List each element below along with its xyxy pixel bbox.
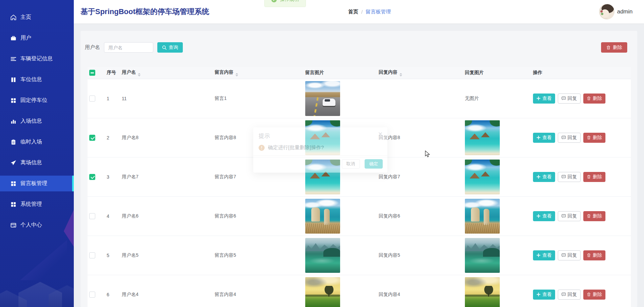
chat-icon [561,253,566,257]
reply-button[interactable]: 回复 [558,250,581,260]
sidebar-item-固定停车位[interactable]: 固定停车位 [0,93,74,108]
row-checkbox[interactable] [89,213,95,219]
query-button[interactable]: 查询 [157,42,183,53]
list-icon [10,56,16,62]
row-index: 5 [101,236,121,275]
photo-beach-huts[interactable] [465,160,500,194]
photo-sunset-field[interactable] [305,277,340,307]
row-checkbox[interactable] [89,96,95,102]
dialog-footer: 取消 确定 [253,156,387,173]
photo-sea-stacks[interactable] [465,199,500,234]
reply-button-label: 回复 [568,96,577,102]
sidebar-item-车位信息[interactable]: 车位信息 [0,72,74,87]
sidebar-item-label: 入场信息 [20,118,42,125]
close-icon[interactable]: ✕ [378,131,383,137]
row-actions-cell: 查看回复删除 [532,118,631,157]
delete-button[interactable]: 删除 [583,172,605,182]
row-message: 留言内容6 [214,196,305,236]
sort-caret-icon[interactable] [235,73,238,76]
delete-button[interactable]: 删除 [583,211,605,221]
sidebar-item-主页[interactable]: 主页 [0,9,74,25]
sidebar-item-临时入场[interactable]: 临时入场 [0,134,74,150]
column-header-留言图片: 留言图片 [305,67,378,79]
table-row: 111留言1无图片查看回复删除 [88,79,631,118]
plus-icon [536,96,541,101]
sidebar-item-系统管理[interactable]: 系统管理 [0,196,74,212]
row-username: 11 [121,79,214,118]
row-checkbox[interactable] [89,174,95,180]
photo-beach-huts[interactable] [465,120,500,155]
sort-caret-icon[interactable] [138,73,141,76]
delete-button[interactable]: 删除 [583,133,605,143]
trash-icon [587,135,591,140]
row-reply-image-cell [464,118,532,157]
avatar[interactable] [599,4,614,19]
cancel-button[interactable]: 取消 [342,159,360,169]
batch-delete-button[interactable]: 删除 [601,42,627,53]
table-row: 4用户名6留言内容6回复内容6查看回复删除 [88,196,631,236]
sidebar-item-label: 固定停车位 [20,97,47,104]
delete-button-label: 删除 [593,135,602,141]
row-username: 用户名7 [121,157,214,196]
view-button[interactable]: 查看 [533,94,555,104]
view-button[interactable]: 查看 [533,133,555,143]
row-reply-image-cell [464,157,532,196]
reply-button[interactable]: 回复 [558,211,581,221]
view-button-label: 查看 [542,174,552,180]
photo-mountain-lake[interactable] [305,238,340,273]
plus-icon [536,253,541,257]
delete-button[interactable]: 删除 [583,290,605,300]
user-menu[interactable]: admin [599,0,633,23]
chat-icon [561,175,566,179]
sidebar-item-label: 车辆登记信息 [20,55,53,62]
no-image-text: 无图片 [465,96,479,101]
reply-button[interactable]: 回复 [558,290,581,300]
sidebar-item-留言板管理[interactable]: 留言板管理 [0,176,74,191]
view-button[interactable]: 查看 [533,211,555,221]
reply-button-label: 回复 [568,213,577,219]
breadcrumb-home[interactable]: 首页 [348,9,358,15]
view-button[interactable]: 查看 [533,290,555,300]
reply-button[interactable]: 回复 [558,133,581,143]
sort-caret-icon[interactable] [399,73,402,76]
reply-button-label: 回复 [568,174,577,180]
sidebar-item-个人中心[interactable]: 个人中心 [0,217,74,233]
confirm-button[interactable]: 确定 [365,159,383,169]
row-reply-image-cell [464,275,532,307]
delete-button[interactable]: 删除 [583,94,605,104]
delete-button[interactable]: 删除 [583,250,605,260]
row-checkbox[interactable] [89,292,95,298]
row-username: 用户名6 [121,196,214,236]
chat-icon [561,96,566,101]
view-button[interactable]: 查看 [533,172,555,182]
column-header-label: 留言内容 [215,69,233,75]
view-button[interactable]: 查看 [533,250,555,260]
row-checkbox[interactable] [89,252,95,258]
decoration-cube [49,285,74,307]
message-table-wrap: 序号用户名留言内容留言图片回复内容回复图片操作 111留言1无图片查看回复删除2… [88,67,631,307]
delete-button-label: 删除 [593,174,602,180]
row-checkbox[interactable] [89,135,95,141]
row-index: 3 [101,157,121,196]
breadcrumb-separator: / [361,9,363,15]
row-message-image-cell [305,196,378,236]
sidebar-item-label: 临时入场 [20,138,42,145]
sidebar-item-车辆登记信息[interactable]: 车辆登记信息 [0,51,74,67]
row-reply-image-cell [464,236,532,275]
photo-mountain-lake[interactable] [465,238,500,273]
row-reply: 回复内容6 [378,196,464,236]
sidebar-item-用户[interactable]: 用户 [0,30,74,46]
select-all-checkbox[interactable] [89,70,95,76]
sidebar-item-离场信息[interactable]: 离场信息 [0,155,74,171]
photo-car-on-road[interactable] [305,81,340,116]
search-input[interactable] [104,42,153,53]
sidebar-item-入场信息[interactable]: 入场信息 [0,113,74,129]
reply-button[interactable]: 回复 [558,94,581,104]
photo-sunset-field[interactable] [465,277,500,307]
reply-button[interactable]: 回复 [558,172,581,182]
column-header-留言内容: 留言内容 [214,67,305,79]
view-button-label: 查看 [542,135,552,141]
row-message-image-cell [305,236,378,275]
dialog-header: 提示 ✕ [253,127,387,141]
photo-sea-stacks[interactable] [305,199,340,234]
